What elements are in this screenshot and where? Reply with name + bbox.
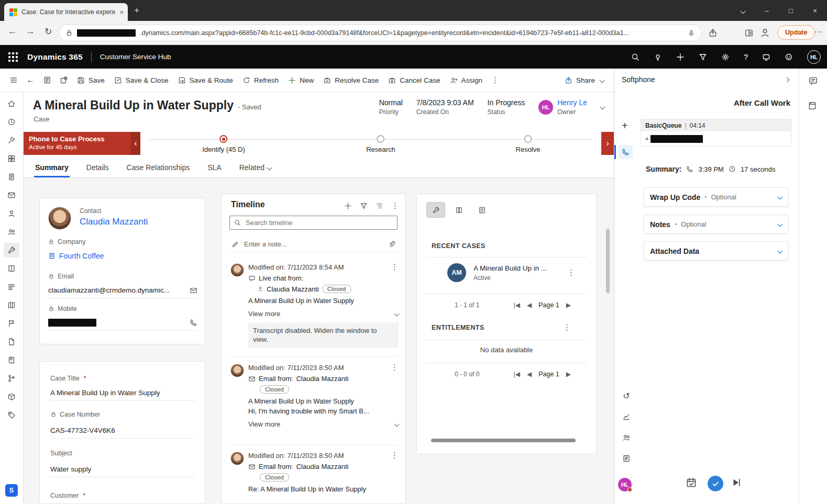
tab-sla[interactable]: SLA [206,163,222,177]
app-name[interactable]: Customer Service Hub [100,53,171,61]
entitlements-more-icon[interactable]: ⋮ [563,323,571,332]
entry-more-icon[interactable]: ⋮ [391,262,399,272]
pinned-icon[interactable] [4,133,19,148]
browser-refresh-button[interactable]: ↻ [41,26,56,37]
add-session-icon[interactable]: + [622,120,628,132]
add-icon[interactable] [344,202,352,210]
browser-tab[interactable]: Case: Case for Interactive experie × [4,3,128,21]
assign-button[interactable]: Assign [445,71,488,89]
feedback-smiley-icon[interactable] [785,53,793,61]
contact-name-link[interactable]: Claudia Mazzanti [80,217,148,227]
stage-dot-active[interactable] [220,135,228,143]
tools-tab-selected[interactable] [426,202,445,218]
tab-details[interactable]: Details [85,163,110,177]
recent-clock-icon[interactable] [4,115,19,129]
wrap-up-code-accordion[interactable]: Wrap Up Code • Optional [643,187,789,207]
paperclip-icon[interactable] [388,241,395,248]
timeline-entry[interactable]: Modified on: 7/11/2023 8:50 AM⋮ Email fr… [229,363,399,428]
analytics-chart-icon[interactable] [621,411,632,422]
knowledge-tab[interactable] [449,202,468,218]
timeline-search-input[interactable] [245,218,393,227]
tab-case-relationships[interactable]: Case Relationships [126,163,191,177]
view-more[interactable]: View more [248,310,399,318]
bpf-next-stage-button[interactable]: › [601,132,614,155]
browser-profile-icon[interactable] [759,27,770,38]
recent-case-title[interactable]: A Mineral Build Up in ... [473,264,560,272]
refresh-button[interactable]: Refresh [238,71,283,89]
browser-back-button[interactable]: ← [5,26,20,37]
prev-page-icon[interactable]: ◀ [527,371,532,378]
timeline-entry[interactable]: Modified on: 7/11/2023 8:54 AM⋮ Live cha… [229,262,399,348]
app-pane-tab-icon[interactable] [808,101,817,110]
devices-icon[interactable] [762,53,770,61]
cancel-case-button[interactable]: Cancel Case [383,71,445,89]
activity-sender[interactable]: Claudia Mazzanti [267,285,319,293]
filter-icon[interactable] [699,53,707,61]
case-row-more-icon[interactable]: ⋮ [567,268,575,277]
history-icon[interactable]: ↺ [621,390,632,401]
book-icon[interactable] [4,353,19,367]
horizontal-scrollbar[interactable] [431,439,576,442]
entry-more-icon[interactable]: ⋮ [391,363,399,372]
vertical-scrollbar[interactable] [606,229,610,293]
maps-icon[interactable] [4,298,19,312]
queues-icon[interactable] [4,279,19,294]
owner-field[interactable]: HL Henry Le Owner [538,98,587,116]
filter-icon[interactable] [360,202,368,210]
skip-acw-icon[interactable] [731,477,742,488]
quick-create-icon[interactable] [676,53,685,61]
recordset-icon[interactable] [39,71,56,89]
window-maximize-button[interactable]: □ [779,7,803,15]
search-icon[interactable] [631,53,639,61]
bpf-stage-resolve[interactable]: Resolve [516,135,541,153]
notes-accordion[interactable]: Notes • Optional [643,215,789,234]
branch-icon[interactable] [4,371,19,386]
lightbulb-icon[interactable] [654,53,662,61]
dashboards-icon[interactable] [4,151,19,166]
next-page-icon[interactable]: ▶ [566,371,571,378]
send-email-icon[interactable] [190,286,197,294]
email-icon[interactable] [4,188,19,203]
mobile-value[interactable] [48,319,197,331]
entry-more-icon[interactable]: ⋮ [391,451,399,460]
status-field[interactable]: In Progress Status [488,98,525,116]
share-button[interactable]: Share [560,71,609,89]
split-screen-icon[interactable] [744,28,754,38]
home-icon[interactable] [4,96,19,111]
bpf-process-banner[interactable]: Phone to Case Process Active for 45 days [24,132,131,155]
accounts-icon[interactable] [4,225,19,239]
tab-related[interactable]: Related [238,163,272,177]
area-switcher-badge[interactable]: S [5,484,18,497]
go-back-button[interactable]: ← [22,71,39,89]
contacts-people-icon[interactable] [621,432,632,443]
microphone-icon[interactable] [688,29,695,37]
activities-icon[interactable] [4,170,19,184]
expand-all-icon[interactable] [376,202,383,210]
stage-dot[interactable] [524,135,532,143]
first-page-icon[interactable]: |◀ [514,301,520,309]
email-value[interactable]: claudiamazzanti@crmdemo.dynamic... [48,286,197,298]
contacts-icon[interactable] [4,206,19,221]
activity-subject[interactable]: A Mineral Build Up in Water Supply [248,397,399,405]
first-page-icon[interactable]: |◀ [514,371,520,378]
open-in-new-window-icon[interactable] [56,71,72,89]
help-icon[interactable]: ? [744,52,748,61]
knowledge-icon[interactable] [4,261,19,276]
app-launcher-icon[interactable] [8,52,18,62]
phone-icon[interactable] [190,319,197,327]
documents-icon[interactable] [4,334,19,349]
activity-subject[interactable]: Re: A Mineral Build Up in Water Supply [248,485,399,493]
schedule-callback-icon[interactable] [686,477,697,488]
stage-dot[interactable] [377,135,384,143]
owner-link[interactable]: Henry Le [557,98,587,107]
complete-acw-button[interactable] [708,476,723,491]
new-button[interactable]: New [283,71,318,89]
new-tab-button[interactable]: + [134,5,139,16]
window-minimize-button[interactable]: – [755,7,779,15]
save-close-button[interactable]: Save & Close [109,71,173,89]
browser-settings-icon[interactable]: … [814,25,822,35]
header-expand-chevron-icon[interactable] [600,105,605,110]
activity-sender[interactable]: Claudia Mazzanti [296,463,349,471]
timeline-more-icon[interactable]: ⋮ [391,201,399,210]
flag-icon[interactable] [4,316,19,331]
